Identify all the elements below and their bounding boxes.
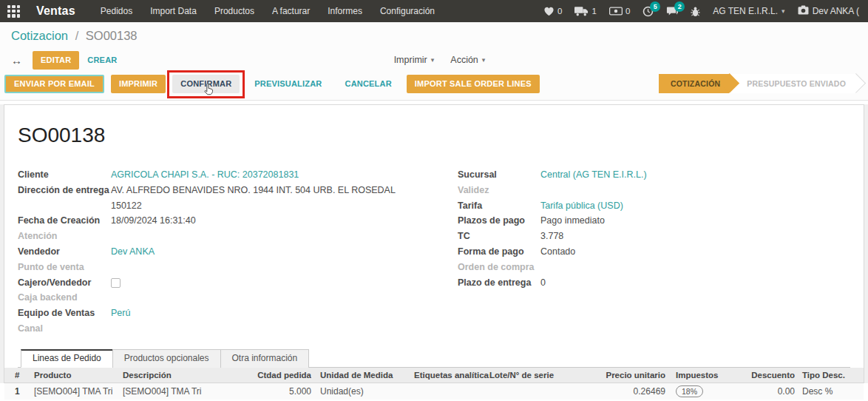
apps-grid-icon[interactable]	[7, 5, 20, 18]
confirm-button[interactable]: CONFIRMAR	[172, 75, 240, 93]
equipo-ventas-link[interactable]: Perú	[111, 306, 130, 321]
breadcrumb: Cotizacion / SO00138	[11, 29, 868, 43]
field-tarifa: Tarifa Tarifa pública (USD)	[458, 198, 850, 214]
form-fields: Cliente AGRICOLA CHAPI S.A. - RUC: 20372…	[18, 167, 850, 337]
field-canal: Canal	[18, 321, 410, 337]
header-tipo-desc: Tipo Desc.	[795, 371, 854, 380]
user-name: Dev ANKA (	[813, 6, 859, 16]
form-left-column: Cliente AGRICOLA CHAPI S.A. - RUC: 20372…	[18, 167, 410, 337]
menu-a-facturar[interactable]: A facturar	[272, 6, 310, 16]
field-punto-venta: Punto de venta	[18, 260, 410, 275]
notebook-tabs: Lineas de Pedido Productos opcionales Ot…	[18, 348, 850, 368]
tab-lineas-de-pedido[interactable]: Lineas de Pedido	[21, 349, 113, 368]
company-switcher[interactable]: AG TEN E.I.R.L. ▾	[713, 6, 784, 16]
content-area: SO00138 Cliente AGRICOLA CHAPI S.A. - RU…	[0, 104, 868, 383]
field-orden-compra: Orden de compra	[458, 260, 850, 275]
cell-precio-unitario: 0.26469	[600, 386, 665, 397]
messages-badge: 2	[674, 1, 685, 12]
sucursal-link[interactable]: Central (AG TEN E.I.R.L.)	[540, 167, 647, 183]
preview-button[interactable]: PREVISUALIZAR	[246, 75, 330, 93]
cell-descuento: 0.00	[739, 386, 795, 397]
header-etiquetas: Etiquetas analíticas	[410, 371, 489, 380]
header-num: #	[15, 371, 34, 380]
payments-count: 0	[625, 7, 630, 16]
header-impuestos: Impuestos	[665, 371, 739, 380]
cancel-button[interactable]: CANCELAR	[337, 75, 400, 93]
money-icon	[609, 7, 623, 16]
create-button[interactable]: CREAR	[79, 51, 125, 70]
table-row[interactable]: 1 [SEMO004] TMA Tri [SEMO004] TMA Tri 5.…	[4, 383, 864, 400]
menu-productos[interactable]: Productos	[214, 6, 254, 16]
tab-productos-opcionales[interactable]: Productos opcionales	[112, 349, 221, 368]
print-dropdown[interactable]: Imprimir▾	[394, 55, 435, 65]
import-sale-order-lines-button[interactable]: IMPORT SALE ORDER LINES	[407, 75, 540, 93]
stage-arrow	[846, 73, 866, 93]
header-precio-unitario: Precio unitario	[600, 371, 665, 380]
favorites-count: 0	[557, 7, 562, 16]
breadcrumb-separator: /	[75, 29, 79, 42]
header-ctdad-pedida: Ctdad pedida	[248, 371, 311, 380]
resize-arrows-icon[interactable]: ↔	[11, 54, 22, 67]
field-direccion-entrega: Dirección de entrega AV. ALFREDO BENAVID…	[18, 183, 410, 214]
delivery-count: 1	[591, 7, 596, 16]
top-navbar: Ventas Pedidos Import Data Productos A f…	[0, 0, 868, 22]
breadcrumb-cotizacion-link[interactable]: Cotizacion	[11, 29, 68, 42]
field-vendedor: Vendedor Dev ANKA	[18, 244, 410, 260]
favorites-tray-item[interactable]: 0	[543, 6, 562, 16]
chevron-down-icon: ▾	[781, 7, 785, 15]
edit-button[interactable]: EDITAR	[33, 51, 79, 70]
cell-tipo-desc: Desc %	[795, 386, 854, 397]
messages-tray-item[interactable]: 2	[666, 6, 678, 17]
center-actions: Imprimir▾ Acción▾	[394, 55, 486, 65]
bug-icon	[691, 6, 700, 17]
debug-tray-item[interactable]	[691, 6, 700, 17]
action-dropdown[interactable]: Acción▾	[450, 55, 485, 65]
print-button[interactable]: IMPRIMIR	[111, 75, 166, 93]
stage-pipeline: COTIZACIÓN PRESUPUESTO ENVIADO	[659, 74, 856, 93]
menu-informes[interactable]: Informes	[328, 6, 362, 16]
cliente-link[interactable]: AGRICOLA CHAPI S.A. - RUC: 20372081831	[111, 167, 299, 183]
tarifa-link[interactable]: Tarifa pública (USD)	[540, 198, 623, 214]
header-unidad-medida: Unidad de Medida	[311, 371, 410, 380]
breadcrumb-current: SO00138	[86, 29, 138, 42]
form-right-column: Sucursal Central (AG TEN E.I.R.L.) Valid…	[458, 167, 850, 337]
stage-presupuesto-enviado[interactable]: PRESUPUESTO ENVIADO	[729, 74, 856, 93]
menu-import-data[interactable]: Import Data	[150, 6, 197, 16]
cell-unidad-medida: Unidad(es)	[311, 386, 410, 397]
field-forma-pago: Forma de pago Contado	[458, 244, 850, 260]
send-email-button[interactable]: ENVIAR POR EMAIL	[4, 75, 104, 93]
tab-otra-informacion[interactable]: Otra información	[220, 349, 310, 368]
main-menu: Pedidos Import Data Productos A facturar…	[101, 6, 435, 16]
vendedor-link[interactable]: Dev ANKA	[111, 244, 155, 260]
menu-configuracion[interactable]: Configuración	[380, 6, 435, 16]
cajero-vendedor-checkbox[interactable]	[111, 278, 121, 288]
activities-badge: 5	[650, 1, 660, 12]
direccion-line2: 150122	[111, 198, 396, 214]
confirm-button-wrapper: CONFIRMAR	[172, 75, 240, 93]
user-menu[interactable]: Dev ANKA (	[798, 5, 859, 17]
payments-tray-item[interactable]: 0	[609, 7, 630, 16]
menu-pedidos[interactable]: Pedidos	[101, 6, 132, 16]
field-tc: TC 3.778	[458, 229, 850, 244]
activities-tray-item[interactable]: 5	[642, 6, 654, 17]
app-name[interactable]: Ventas	[36, 4, 75, 18]
field-sucursal: Sucursal Central (AG TEN E.I.R.L.)	[458, 167, 850, 183]
camera-icon	[798, 5, 809, 17]
direccion-line1: AV. ALFREDO BENAVIDES NRO. 1944 INT. 504…	[111, 183, 396, 198]
page-title: SO00138	[18, 105, 850, 147]
field-plazo-entrega: Plazo de entrega 0	[458, 275, 850, 291]
order-lines-table: # Producto Descripción Ctdad pedida Unid…	[4, 368, 864, 400]
stage-cotizacion[interactable]: COTIZACIÓN	[659, 74, 729, 93]
chevron-down-icon: ▾	[482, 56, 486, 64]
header-lote-serie: Lote/N° de serie	[489, 371, 600, 380]
cell-producto: [SEMO004] TMA Tri	[34, 386, 123, 397]
tax-badge: 18%	[676, 385, 703, 397]
delivery-tray-item[interactable]: 1	[574, 6, 596, 16]
edit-toolbar: ↔ EDITAR CREAR Imprimir▾ Acción▾	[11, 50, 868, 70]
field-cajero-vendedor: Cajero/Vendedor	[18, 275, 410, 291]
control-panel: Cotizacion / SO00138 ↔ EDITAR CREAR Impr…	[0, 22, 868, 101]
systray: 0 1 0 5 2 AG TEN E.I.R.L. ▾ Dev ANKA (	[543, 5, 859, 17]
field-plazos-pago: Plazos de pago Pago inmediato	[458, 213, 850, 229]
table-header-row: # Producto Descripción Ctdad pedida Unid…	[4, 368, 864, 383]
field-cliente: Cliente AGRICOLA CHAPI S.A. - RUC: 20372…	[18, 167, 410, 183]
